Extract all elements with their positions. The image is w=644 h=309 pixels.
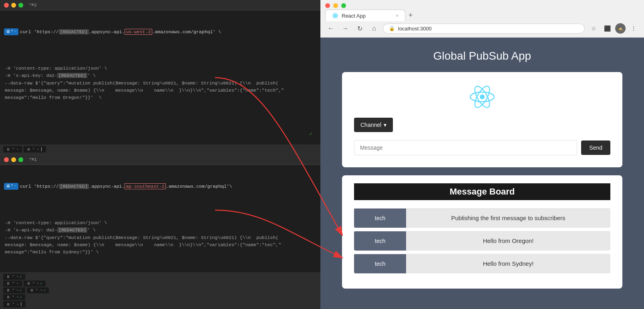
message-list: tech Publishing the first message to sub… — [354, 208, 610, 273]
pane-row-b5: 🖥 * ~ | — [3, 301, 317, 307]
bookmark-button[interactable]: ☆ — [588, 23, 599, 34]
curl-flags-bottom: -H 'content-type: application/json' \ -H… — [5, 205, 316, 271]
pane-row-b1: 🖥 * ~ ✓ — [3, 274, 317, 280]
message-row-3: tech Hello from Sydney! — [354, 254, 610, 273]
message-board-title: Message Board — [354, 183, 610, 200]
browser-tl-yellow[interactable] — [333, 3, 338, 8]
svg-point-1 — [334, 15, 336, 16]
tl-green-top[interactable] — [18, 3, 23, 8]
terminal-top-title: ⌃⌘2 — [29, 2, 37, 8]
browser-titlebar — [320, 0, 644, 10]
pane-tab-b6[interactable]: 🖥 * ~ ✓ — [3, 294, 25, 300]
browser-tl-red[interactable] — [325, 3, 330, 8]
prompt-row-bottom: 🖥*~ curl 'https://[REDACTED].appsync-api… — [4, 183, 316, 190]
southeast-highlight: ap-southeast-2 — [125, 183, 166, 189]
tl-yellow-bottom[interactable] — [11, 157, 16, 162]
incognito-icon: 🕵 — [618, 26, 623, 31]
message-board-card: Message Board tech Publishing the first … — [342, 175, 622, 289]
pane-row-b3: 🖥 * ~ ✓ 🖥 * ~ ✓ — [3, 287, 317, 293]
channel-row: Channel ▾ — [354, 118, 610, 132]
back-button[interactable]: ← — [325, 23, 336, 34]
message-input[interactable] — [354, 140, 577, 155]
pane-tab-b5[interactable]: 🖥 * ~ ✓ — [27, 287, 49, 293]
menu-button[interactable]: ⋮ — [628, 23, 639, 34]
terminal-bottom-titlebar: ⌃⌘1 — [0, 154, 320, 165]
terminal-top-titlebar: ⌃⌘2 — [0, 0, 320, 10]
forward-button[interactable]: → — [340, 23, 351, 34]
message-text-2: Hello from Oregon! — [406, 231, 610, 251]
curl-cmd-bottom: curl 'https://[REDACTED].appsync-api.ap-… — [20, 183, 232, 190]
app-title: Global PubSub App — [433, 50, 531, 62]
new-tab-button[interactable]: + — [405, 10, 416, 21]
browser-tabs-bar: React App × + — [320, 10, 644, 21]
terminal-sub-tabs-bottom: 🖥 * ~ ✓ 🖥 * ~ 🖥 * ~ ✓ 🖥 * ~ — [0, 272, 320, 309]
terminal-bottom-title: ⌃⌘1 — [29, 157, 37, 162]
dropdown-arrow-icon: ▾ — [384, 122, 386, 128]
pane-row-b4: 🖥 * ~ ✓ — [3, 294, 317, 300]
nav-actions: ☆ ⬛ 🕵 ⋮ — [588, 23, 639, 34]
terminal-panel: ⌃⌘2 🖥*~ curl 'https://[REDACTED].appsync… — [0, 0, 320, 309]
curl-cmd-top: curl 'https://[REDACTED].appsync-api.us-… — [20, 28, 221, 36]
message-row-1: tech Publishing the first message to sub… — [354, 208, 610, 228]
pane-tab-b4[interactable]: 🖥 * ~ ✓ — [3, 287, 25, 293]
terminal-top-content: 🖥*~ curl 'https://[REDACTED].appsync-api… — [0, 10, 320, 154]
message-row: Send — [354, 140, 610, 155]
pane-tab-1[interactable]: 🖥 * ~ — [3, 146, 22, 152]
prompt-badge: 🖥*~ — [4, 28, 18, 36]
pane-tab-b2[interactable]: 🖥 * ~ — [3, 281, 22, 287]
prompt-badge-bottom: 🖥*~ — [4, 183, 18, 190]
terminal-sub-tabs-top: 🖥 * ~ 🖥 * ~ | — [0, 144, 320, 154]
prompt-row-top: 🖥*~ curl 'https://[REDACTED].appsync-api… — [4, 28, 316, 36]
url-text: localhost:3000 — [398, 26, 432, 32]
tl-green-bottom[interactable] — [18, 157, 23, 162]
browser-tab-react[interactable]: React App × — [325, 10, 405, 21]
pane-row-top: 🖥 * ~ 🖥 * ~ | — [0, 144, 320, 154]
tl-red-top[interactable] — [4, 3, 9, 8]
message-row-2: tech Hello from Oregon! — [354, 231, 610, 251]
pane-tab-b3[interactable]: 🖥 * ~ ✓ — [24, 281, 46, 287]
app-content: Global PubSub App Channel ▾ Send — [320, 38, 644, 309]
message-channel-3: tech — [354, 254, 406, 273]
pane-rows-bottom: 🖥 * ~ ✓ 🖥 * ~ 🖥 * ~ ✓ 🖥 * ~ — [0, 272, 320, 309]
app-form-card: Channel ▾ Send — [342, 72, 622, 167]
pane-row-b2: 🖥 * ~ 🖥 * ~ ✓ — [3, 281, 317, 287]
tl-red-bottom[interactable] — [4, 157, 9, 162]
reload-button[interactable]: ↻ — [354, 23, 365, 34]
checkmark-top: ✓ — [310, 130, 312, 138]
terminal-top: ⌃⌘2 🖥*~ curl 'https://[REDACTED].appsync… — [0, 0, 320, 154]
browser-panel: React App × + ← → ↻ ⌂ 🔒 localhost:3000 ☆… — [320, 0, 644, 309]
send-button[interactable]: Send — [581, 140, 610, 155]
pane-tab-2[interactable]: 🖥 * ~ | — [24, 146, 46, 152]
lock-icon: 🔒 — [389, 26, 395, 31]
message-channel-1: tech — [354, 209, 406, 228]
svg-point-5 — [480, 94, 485, 99]
home-button[interactable]: ⌂ — [368, 23, 380, 34]
message-channel-2: tech — [354, 231, 406, 251]
browser-chrome: React App × + ← → ↻ ⌂ 🔒 localhost:3000 ☆… — [320, 0, 644, 38]
tl-yellow-top[interactable] — [11, 3, 16, 8]
react-logo — [469, 84, 495, 110]
browser-tl-green[interactable] — [341, 3, 346, 8]
message-text-1: Publishing the first message to subscrib… — [406, 208, 610, 228]
channel-button[interactable]: Channel ▾ — [354, 118, 393, 132]
terminal-bottom: ⌃⌘1 🖥*~ curl 'https://[REDACTED].appsync… — [0, 154, 320, 309]
address-bar[interactable]: 🔒 localhost:3000 — [383, 24, 585, 34]
browser-nav-bar: ← → ↻ ⌂ 🔒 localhost:3000 ☆ ⬛ 🕵 ⋮ — [320, 21, 644, 37]
extensions-button[interactable]: ⬛ — [602, 23, 613, 34]
message-text-3: Hello from Sydney! — [406, 254, 610, 273]
react-favicon — [332, 12, 338, 19]
browser-tab-label: React App — [342, 13, 366, 19]
pane-tab-b1[interactable]: 🖥 * ~ ✓ — [3, 274, 25, 280]
tab-close-button[interactable]: × — [396, 13, 398, 18]
pane-tab-b7[interactable]: 🖥 * ~ | — [3, 301, 26, 307]
curl-flags-top: -H 'content-type: application/json' \ -H… — [5, 50, 316, 116]
incognito-badge: 🕵 — [615, 23, 626, 34]
